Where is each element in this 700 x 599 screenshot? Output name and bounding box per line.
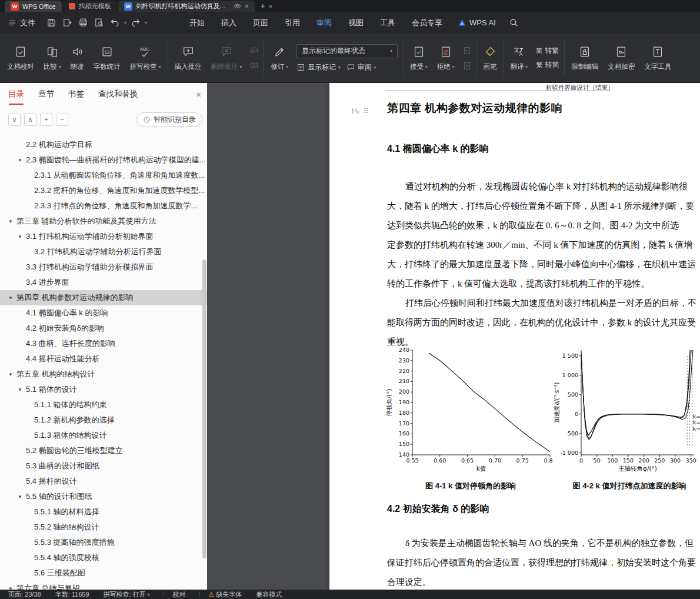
toc-item[interactable]: 2.3.2 摇杆的角位移、角速度和角加速度数学模型... — [0, 183, 207, 198]
tab-wps-home[interactable]: W WPS Office — [5, 1, 62, 12]
restrict-editing-button[interactable]: 限制编辑 — [566, 35, 603, 81]
tab-home[interactable]: 开始 — [181, 12, 213, 34]
smart-toc-button[interactable]: 智能识别目录 — [136, 112, 202, 127]
ink-brush-button[interactable]: 画笔 — [479, 35, 502, 81]
toc-item[interactable]: ▼2.2 机构运动学目标 — [0, 137, 207, 152]
toc-item[interactable]: ▼5.4 摇杆的设计 — [0, 474, 207, 489]
tab-reference[interactable]: 引用 — [276, 12, 308, 34]
toc-item[interactable]: ▼第四章 机构参数对运动规律的影响 — [0, 290, 207, 305]
toc-expand-arrow-icon[interactable]: ▼ — [8, 372, 16, 377]
export-icon[interactable] — [62, 18, 72, 28]
toc-item[interactable]: 5.5.3 提高轴的强度措施 — [0, 535, 207, 550]
simplified-to-traditional-button[interactable]: 简 转繁 — [536, 46, 559, 56]
tab-tools[interactable]: 工具 — [372, 12, 404, 34]
translate-icon: 文A — [512, 45, 525, 58]
toc-expand-arrow-icon[interactable]: ▼ — [8, 295, 16, 301]
wps-ai-label: WPS AI — [469, 18, 496, 27]
toc-item[interactable]: 5.6 三维装配图 — [0, 565, 207, 581]
sidebar-scrollbar[interactable] — [202, 259, 206, 558]
toc-item[interactable]: ▼第三章 辅助分析软件的功能及其使用方法 — [0, 214, 207, 229]
review-pane-button[interactable]: 审阅▾ — [346, 62, 376, 72]
toc-item[interactable]: ▼3.3 打纬机构运动学辅助分析模拟界面 — [0, 259, 207, 275]
save-icon[interactable] — [46, 18, 56, 28]
accept-revision-button[interactable]: 接受▾ — [405, 35, 432, 81]
missing-font-warning[interactable]: ⚠ 缺失字体 — [208, 590, 242, 599]
word-count-indicator[interactable]: 字数: 11659 — [55, 590, 89, 599]
print-icon[interactable] — [78, 18, 88, 28]
zoom-in-button[interactable]: + — [40, 114, 52, 126]
tab-insert[interactable]: 插入 — [213, 12, 245, 34]
toc-item[interactable]: ▼第六章 总结与展望 — [0, 581, 207, 590]
toc-item[interactable]: 3.2 打纬机构运动学辅助分析运行界面 — [0, 244, 207, 259]
insert-comment-button[interactable]: 插入批注 — [170, 35, 206, 81]
eye-protect-icon[interactable] — [234, 2, 241, 10]
toc-list: ▼2.2 机构运动学目标▼2.3 椭圆齿轮—曲柄摇杆的打纬机构运动学模型的建..… — [0, 137, 207, 590]
toc-item[interactable]: ▼4.2 初始安装角δ的影响 — [0, 321, 207, 336]
toc-item[interactable]: ▼5.2 椭圆齿轮的三维模型建立 — [0, 443, 207, 458]
toc-item[interactable]: ▼2.3 椭圆齿轮—曲柄摇杆的打纬机构运动学模型的建... — [0, 152, 207, 168]
track-changes-button[interactable]: 修订▾ — [266, 35, 293, 81]
toc-item[interactable]: 2.3.1 从动椭圆齿轮角位移、角速度和角加速度数... — [0, 168, 207, 183]
print-preview-icon[interactable] — [94, 18, 104, 28]
toc-item[interactable]: 5.5.4 轴的强度校核 — [0, 550, 207, 565]
toc-item[interactable]: ▼4.1 椭圆偏心率 k 的影响 — [0, 305, 207, 321]
translate-button[interactable]: 文A 翻译▾ — [506, 35, 533, 81]
toc-item[interactable]: ▼5.1 箱体的设计 — [0, 382, 207, 397]
text-tool-button[interactable]: 文字工具 — [639, 35, 676, 81]
toc-expand-arrow-icon[interactable]: ▼ — [18, 234, 26, 239]
reject-revision-button[interactable]: 拒绝▾ — [432, 35, 459, 81]
toc-item[interactable]: ▼3.1 打纬机构运动学辅助分析初始界面 — [0, 229, 207, 244]
encrypt-document-button[interactable]: 文档加密 — [603, 35, 639, 81]
sidebar-tab-bookmarks[interactable]: 书签 — [68, 89, 84, 99]
tab-document[interactable]: W 剑杆织机打纬机构运动仿真及... × — [118, 1, 255, 12]
tab-review[interactable]: 审阅 — [308, 12, 340, 34]
toc-item[interactable]: 2.3.3 打纬点的角位移、角速度和角加速度数学... — [0, 198, 207, 214]
spell-check-indicator[interactable]: 拼写检查: 打开▾ — [104, 590, 150, 599]
toc-expand-arrow-icon[interactable]: ▼ — [18, 387, 26, 392]
toc-item[interactable]: ▼4.4 摇杆运动性能分析 — [0, 351, 207, 367]
toc-item[interactable]: ▼5.5 轴的设计和图纸 — [0, 489, 207, 504]
toc-item[interactable]: ▼4.3 曲柄、连杆长度的影响 — [0, 336, 207, 351]
spell-check-button[interactable]: ABC 拼写检查▾ — [125, 35, 166, 81]
doc-proofread-button[interactable]: 文档校对 — [2, 35, 39, 81]
word-count-button[interactable]: 12 字数统计 — [89, 35, 125, 81]
toc-expand-arrow-icon[interactable]: ▼ — [8, 219, 16, 224]
close-tab-icon[interactable]: × — [245, 3, 249, 10]
toc-expand-arrow-icon[interactable]: ▼ — [18, 494, 26, 500]
document-text-line: 定参数的打纬机构在转速 300r／min、不同 k 值下加速度的仿真图，随着 k… — [387, 235, 696, 255]
sidebar-close-icon[interactable]: × — [196, 89, 201, 99]
toc-item[interactable]: ▼3.4 进步界面 — [0, 275, 207, 290]
toc-item[interactable]: 5.1.1 箱体的结构约束 — [0, 397, 207, 412]
read-aloud-button[interactable]: 朗读 — [66, 35, 89, 81]
expand-all-button[interactable]: ∧ — [24, 114, 36, 126]
traditional-to-simplified-button[interactable]: 繁 转简 — [536, 60, 559, 70]
toc-item[interactable]: ▼5.3 曲柄的设计和图纸 — [0, 458, 207, 474]
toc-item[interactable]: 5.5.1 轴的材料选择 — [0, 504, 207, 520]
sidebar-tab-contents[interactable]: 目录 — [8, 89, 24, 99]
sidebar-tab-find-replace[interactable]: 查找和替换 — [98, 89, 138, 99]
drag-handle-icon[interactable]: ⠿ — [363, 107, 368, 115]
proofread-indicator[interactable]: 校对 — [172, 590, 185, 599]
tab-membership[interactable]: 会员专享 — [404, 12, 451, 34]
zoom-out-button[interactable]: − — [56, 114, 68, 126]
file-menu-button[interactable]: 文件 — [0, 12, 44, 34]
tab-docer-templates[interactable]: 找稻壳模板 — [63, 1, 117, 12]
toc-item[interactable]: 5.5.2 轴的结构设计 — [0, 520, 207, 535]
wps-ai-button[interactable]: WPS AI — [451, 12, 503, 34]
tab-page[interactable]: 页面 — [245, 12, 276, 34]
toc-item[interactable]: ▼第五章 机构的结构设计 — [0, 367, 207, 382]
document-page[interactable]: 析软件界面设计（结束） H₁ ⠿ 第四章 机构参数对运动规律的影响 4.1 椭圆… — [329, 83, 700, 590]
tab-view[interactable]: 视图 — [340, 12, 372, 34]
sidebar-tab-chapters[interactable]: 章节 — [38, 89, 54, 99]
toc-item[interactable]: 5.1.3 箱体的结构设计 — [0, 428, 207, 443]
tab-list-chevron-icon[interactable]: ∨ — [269, 4, 273, 9]
new-tab-button[interactable]: + — [261, 1, 265, 11]
search-icon[interactable] — [509, 18, 519, 28]
show-markup-button[interactable]: 显示标记▾ — [296, 62, 341, 72]
toc-item[interactable]: 5.1.2 新机构参数的选择 — [0, 412, 207, 428]
markup-state-dropdown[interactable]: 显示标记的最终状态▾ — [296, 44, 398, 58]
svg-text:100: 100 — [607, 457, 618, 464]
collapse-all-button[interactable]: ∨ — [8, 114, 21, 126]
toc-expand-arrow-icon[interactable]: ▼ — [18, 158, 26, 163]
compare-button[interactable]: 比较▾ — [39, 35, 66, 81]
